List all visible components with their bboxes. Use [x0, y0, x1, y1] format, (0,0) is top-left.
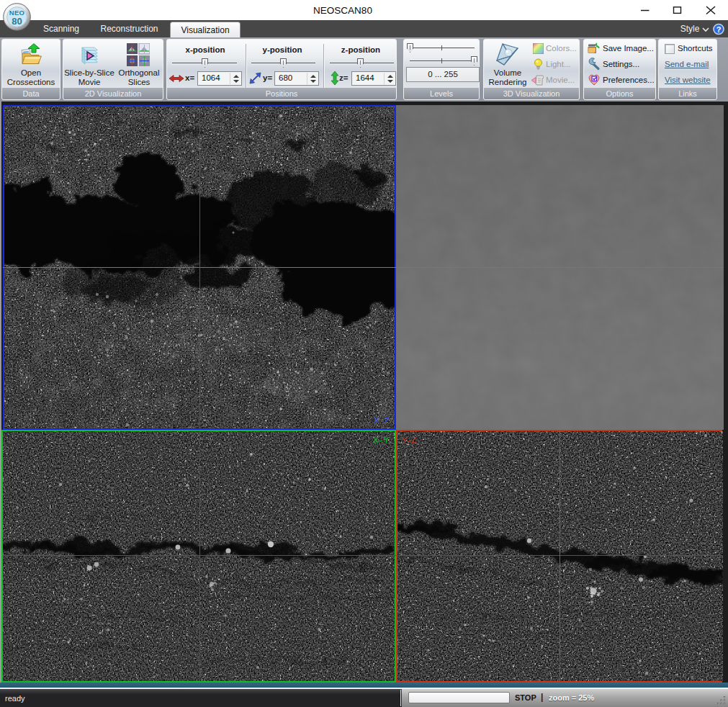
- svg-text:80: 80: [12, 16, 22, 27]
- svg-text:?: ?: [716, 25, 722, 34]
